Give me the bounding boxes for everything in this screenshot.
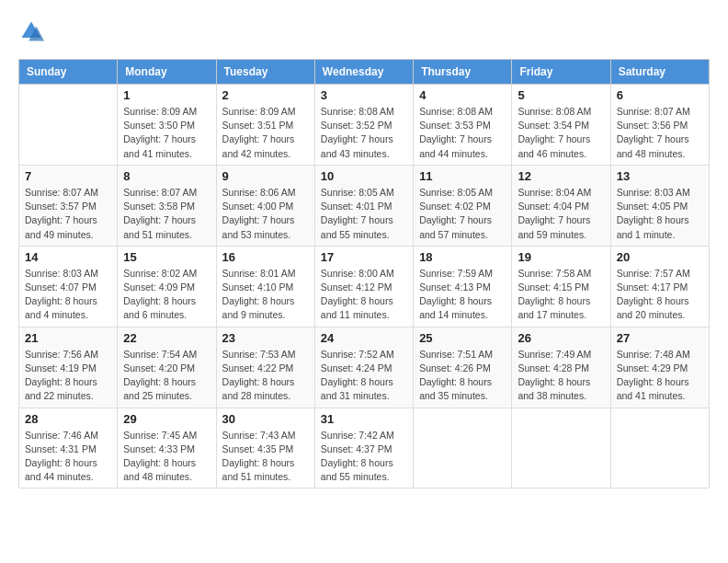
day-number: 2 bbox=[222, 88, 309, 102]
calendar-week-row: 1Sunrise: 8:09 AMSunset: 3:50 PMDaylight… bbox=[19, 85, 710, 166]
day-number: 19 bbox=[518, 250, 604, 264]
day-info: Sunrise: 7:46 AMSunset: 4:31 PMDaylight:… bbox=[25, 429, 111, 485]
day-info: Sunrise: 7:48 AMSunset: 4:29 PMDaylight:… bbox=[617, 348, 703, 404]
calendar-week-row: 14Sunrise: 8:03 AMSunset: 4:07 PMDayligh… bbox=[19, 246, 710, 327]
calendar-cell: 8Sunrise: 8:07 AMSunset: 3:58 PMDaylight… bbox=[118, 165, 216, 246]
calendar-cell: 27Sunrise: 7:48 AMSunset: 4:29 PMDayligh… bbox=[610, 327, 709, 408]
calendar-cell: 5Sunrise: 8:08 AMSunset: 3:54 PMDaylight… bbox=[512, 85, 610, 166]
day-info: Sunrise: 7:57 AMSunset: 4:17 PMDaylight:… bbox=[617, 267, 703, 323]
calendar-cell bbox=[19, 85, 118, 166]
day-number: 11 bbox=[419, 169, 506, 183]
calendar-cell: 3Sunrise: 8:08 AMSunset: 3:52 PMDaylight… bbox=[314, 85, 413, 166]
day-info: Sunrise: 7:56 AMSunset: 4:19 PMDaylight:… bbox=[25, 348, 111, 404]
calendar-cell: 20Sunrise: 7:57 AMSunset: 4:17 PMDayligh… bbox=[610, 246, 709, 327]
day-info: Sunrise: 7:53 AMSunset: 4:22 PMDaylight:… bbox=[222, 348, 309, 404]
day-info: Sunrise: 7:51 AMSunset: 4:26 PMDaylight:… bbox=[419, 348, 506, 404]
calendar-cell bbox=[512, 408, 610, 488]
day-number: 3 bbox=[321, 88, 407, 102]
day-number: 4 bbox=[419, 88, 506, 102]
day-number: 7 bbox=[25, 169, 111, 183]
calendar-cell: 19Sunrise: 7:58 AMSunset: 4:15 PMDayligh… bbox=[512, 246, 610, 327]
day-number: 5 bbox=[518, 88, 604, 102]
day-info: Sunrise: 8:05 AMSunset: 4:01 PMDaylight:… bbox=[321, 186, 407, 242]
calendar-cell: 26Sunrise: 7:49 AMSunset: 4:28 PMDayligh… bbox=[512, 327, 610, 408]
calendar-cell: 11Sunrise: 8:05 AMSunset: 4:02 PMDayligh… bbox=[414, 165, 512, 246]
day-number: 22 bbox=[123, 331, 210, 345]
day-info: Sunrise: 8:06 AMSunset: 4:00 PMDaylight:… bbox=[222, 186, 309, 242]
day-number: 30 bbox=[222, 412, 309, 426]
calendar-cell: 2Sunrise: 8:09 AMSunset: 3:51 PMDaylight… bbox=[216, 85, 314, 166]
calendar-cell bbox=[414, 408, 512, 488]
calendar-cell: 7Sunrise: 8:07 AMSunset: 3:57 PMDaylight… bbox=[19, 165, 118, 246]
col-header-sunday: Sunday bbox=[19, 60, 118, 85]
page-header bbox=[18, 18, 710, 44]
col-header-saturday: Saturday bbox=[610, 60, 709, 85]
calendar-week-row: 7Sunrise: 8:07 AMSunset: 3:57 PMDaylight… bbox=[19, 165, 710, 246]
day-info: Sunrise: 8:07 AMSunset: 3:56 PMDaylight:… bbox=[617, 105, 703, 161]
day-info: Sunrise: 8:07 AMSunset: 3:57 PMDaylight:… bbox=[25, 186, 111, 242]
calendar-cell: 1Sunrise: 8:09 AMSunset: 3:50 PMDaylight… bbox=[118, 85, 216, 166]
day-info: Sunrise: 8:09 AMSunset: 3:50 PMDaylight:… bbox=[123, 105, 210, 161]
col-header-tuesday: Tuesday bbox=[216, 60, 314, 85]
calendar-cell: 10Sunrise: 8:05 AMSunset: 4:01 PMDayligh… bbox=[314, 165, 413, 246]
calendar-cell: 4Sunrise: 8:08 AMSunset: 3:53 PMDaylight… bbox=[414, 85, 512, 166]
day-number: 6 bbox=[617, 88, 703, 102]
day-number: 25 bbox=[419, 331, 506, 345]
day-info: Sunrise: 8:09 AMSunset: 3:51 PMDaylight:… bbox=[222, 105, 309, 161]
day-number: 27 bbox=[617, 331, 703, 345]
day-info: Sunrise: 8:03 AMSunset: 4:05 PMDaylight:… bbox=[617, 186, 703, 242]
col-header-thursday: Thursday bbox=[414, 60, 512, 85]
calendar-cell: 13Sunrise: 8:03 AMSunset: 4:05 PMDayligh… bbox=[610, 165, 709, 246]
day-number: 29 bbox=[123, 412, 210, 426]
calendar-cell: 16Sunrise: 8:01 AMSunset: 4:10 PMDayligh… bbox=[216, 246, 314, 327]
day-number: 23 bbox=[222, 331, 309, 345]
day-info: Sunrise: 7:45 AMSunset: 4:33 PMDaylight:… bbox=[123, 429, 210, 485]
calendar-cell: 9Sunrise: 8:06 AMSunset: 4:00 PMDaylight… bbox=[216, 165, 314, 246]
day-number: 18 bbox=[419, 250, 506, 264]
calendar-cell: 15Sunrise: 8:02 AMSunset: 4:09 PMDayligh… bbox=[118, 246, 216, 327]
calendar-cell: 31Sunrise: 7:42 AMSunset: 4:37 PMDayligh… bbox=[314, 408, 413, 488]
day-number: 15 bbox=[123, 250, 210, 264]
day-info: Sunrise: 7:59 AMSunset: 4:13 PMDaylight:… bbox=[419, 267, 506, 323]
col-header-friday: Friday bbox=[512, 60, 610, 85]
day-number: 26 bbox=[518, 331, 604, 345]
day-number: 20 bbox=[617, 250, 703, 264]
day-info: Sunrise: 8:04 AMSunset: 4:04 PMDaylight:… bbox=[518, 186, 604, 242]
calendar-cell: 29Sunrise: 7:45 AMSunset: 4:33 PMDayligh… bbox=[118, 408, 216, 488]
day-number: 31 bbox=[321, 412, 407, 426]
day-info: Sunrise: 7:54 AMSunset: 4:20 PMDaylight:… bbox=[123, 348, 210, 404]
day-info: Sunrise: 7:58 AMSunset: 4:15 PMDaylight:… bbox=[518, 267, 604, 323]
day-number: 1 bbox=[123, 88, 210, 102]
calendar-cell: 23Sunrise: 7:53 AMSunset: 4:22 PMDayligh… bbox=[216, 327, 314, 408]
day-info: Sunrise: 8:02 AMSunset: 4:09 PMDaylight:… bbox=[123, 267, 210, 323]
day-info: Sunrise: 7:43 AMSunset: 4:35 PMDaylight:… bbox=[222, 429, 309, 485]
day-number: 21 bbox=[25, 331, 111, 345]
day-number: 12 bbox=[518, 169, 604, 183]
calendar-cell bbox=[610, 408, 709, 488]
calendar-cell: 14Sunrise: 8:03 AMSunset: 4:07 PMDayligh… bbox=[19, 246, 118, 327]
day-number: 9 bbox=[222, 169, 309, 183]
calendar-cell: 25Sunrise: 7:51 AMSunset: 4:26 PMDayligh… bbox=[414, 327, 512, 408]
logo-icon bbox=[18, 18, 44, 44]
calendar-cell: 12Sunrise: 8:04 AMSunset: 4:04 PMDayligh… bbox=[512, 165, 610, 246]
calendar-cell: 18Sunrise: 7:59 AMSunset: 4:13 PMDayligh… bbox=[414, 246, 512, 327]
day-number: 13 bbox=[617, 169, 703, 183]
calendar-header-row: SundayMondayTuesdayWednesdayThursdayFrid… bbox=[19, 60, 710, 85]
col-header-monday: Monday bbox=[118, 60, 216, 85]
logo bbox=[18, 18, 48, 44]
day-number: 10 bbox=[321, 169, 407, 183]
calendar-week-row: 21Sunrise: 7:56 AMSunset: 4:19 PMDayligh… bbox=[19, 327, 710, 408]
calendar-week-row: 28Sunrise: 7:46 AMSunset: 4:31 PMDayligh… bbox=[19, 408, 710, 488]
day-number: 24 bbox=[321, 331, 407, 345]
calendar-table: SundayMondayTuesdayWednesdayThursdayFrid… bbox=[18, 59, 710, 488]
calendar-cell: 22Sunrise: 7:54 AMSunset: 4:20 PMDayligh… bbox=[118, 327, 216, 408]
calendar-cell: 21Sunrise: 7:56 AMSunset: 4:19 PMDayligh… bbox=[19, 327, 118, 408]
day-info: Sunrise: 7:49 AMSunset: 4:28 PMDaylight:… bbox=[518, 348, 604, 404]
day-info: Sunrise: 8:08 AMSunset: 3:53 PMDaylight:… bbox=[419, 105, 506, 161]
day-info: Sunrise: 8:03 AMSunset: 4:07 PMDaylight:… bbox=[25, 267, 111, 323]
calendar-cell: 6Sunrise: 8:07 AMSunset: 3:56 PMDaylight… bbox=[610, 85, 709, 166]
day-number: 17 bbox=[321, 250, 407, 264]
day-info: Sunrise: 7:52 AMSunset: 4:24 PMDaylight:… bbox=[321, 348, 407, 404]
day-number: 16 bbox=[222, 250, 309, 264]
day-number: 8 bbox=[123, 169, 210, 183]
